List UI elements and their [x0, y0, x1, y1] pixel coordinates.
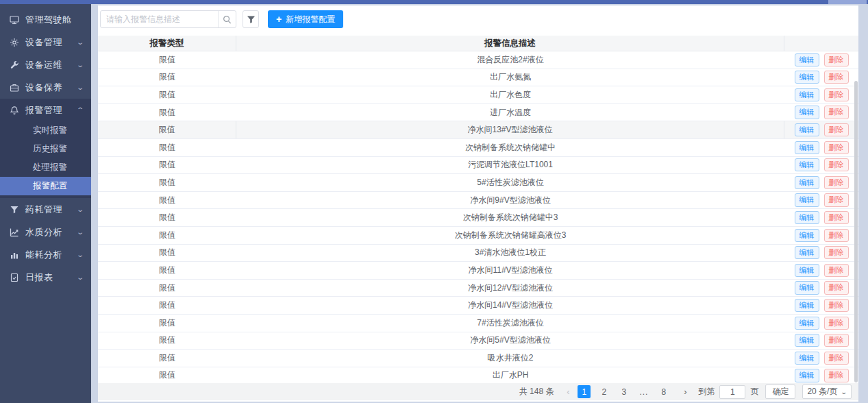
delete-button[interactable]: 删除 [824, 176, 849, 189]
sidebar-subitem-2[interactable]: 处理报警 [0, 158, 91, 177]
prev-page-icon[interactable]: ‹ [562, 386, 574, 398]
sidebar-item-1[interactable]: 设备管理⌄ [0, 31, 91, 53]
sidebar-item-0[interactable]: 管理驾驶舱 [0, 8, 91, 31]
cell-actions: 编辑删除 [784, 192, 858, 209]
chevron-down-icon: ⌄ [76, 61, 84, 69]
sidebar-item-3[interactable]: 设备保养⌄ [0, 76, 91, 99]
edit-button[interactable]: 编辑 [795, 176, 819, 189]
edit-button[interactable]: 编辑 [795, 334, 819, 347]
edit-button[interactable]: 编辑 [795, 211, 819, 224]
scrollbar-thumb[interactable] [854, 81, 858, 382]
edit-button[interactable]: 编辑 [795, 88, 819, 101]
page-number-2[interactable]: 2 [597, 385, 610, 398]
cell-actions: 编辑删除 [784, 297, 858, 314]
cell-actions: 编辑删除 [784, 227, 858, 244]
delete-button[interactable]: 删除 [824, 369, 849, 382]
delete-button[interactable]: 删除 [824, 246, 849, 259]
chevron-down-icon: ⌄ [76, 251, 84, 258]
menu-section: 设备管理⌄ [0, 31, 91, 53]
cell-actions: 编辑删除 [784, 174, 858, 191]
table-row: 限值混合反应池2#液位编辑删除 [98, 51, 858, 69]
cell-actions: 编辑删除 [784, 367, 858, 384]
edit-button[interactable]: 编辑 [795, 193, 819, 206]
delete-button[interactable]: 删除 [824, 334, 849, 347]
delete-button[interactable]: 删除 [824, 88, 849, 101]
delete-button[interactable]: 删除 [824, 264, 849, 277]
sidebar-item-7[interactable]: 能耗分析⌄ [0, 243, 91, 266]
cell-alarm-type: 限值 [98, 245, 236, 262]
chevron-down-icon: ⌄ [76, 228, 84, 236]
menu-section: 水质分析⌄ [0, 221, 91, 243]
delete-button[interactable]: 删除 [824, 229, 849, 242]
bell-icon [9, 105, 19, 115]
edit-button[interactable]: 编辑 [795, 158, 819, 171]
delete-button[interactable]: 删除 [824, 211, 849, 224]
edit-button[interactable]: 编辑 [795, 281, 819, 294]
delete-button[interactable]: 删除 [824, 53, 849, 66]
delete-button[interactable]: 删除 [824, 158, 849, 171]
sidebar-item-label: 设备运维 [25, 59, 77, 71]
cell-alarm-desc: 净水间9#V型滤池液位 [236, 192, 784, 209]
edit-button[interactable]: 编辑 [795, 71, 819, 84]
sidebar-item-5[interactable]: 药耗管理⌄ [0, 198, 91, 221]
chevron-down-icon: ⌄ [76, 206, 84, 213]
cell-alarm-desc: 净水间11#V型滤池液位 [236, 262, 784, 279]
cell-actions: 编辑删除 [784, 157, 858, 174]
delete-button[interactable]: 删除 [824, 123, 849, 136]
report-icon [9, 272, 19, 282]
delete-button[interactable]: 删除 [824, 281, 849, 294]
table-row: 限值净水间11#V型滤池液位编辑删除 [98, 262, 858, 280]
sidebar-item-label: 水质分析 [25, 226, 77, 239]
page-size-label: 20 条/页 [807, 386, 837, 398]
cell-alarm-type: 限值 [98, 315, 236, 332]
delete-button[interactable]: 删除 [824, 106, 849, 119]
sidebar-subitem-3[interactable]: 报警配置 [0, 177, 91, 195]
search-input[interactable] [101, 11, 218, 27]
page-number-3[interactable]: 3 [617, 385, 630, 398]
delete-button[interactable]: 删除 [824, 141, 849, 154]
edit-button[interactable]: 编辑 [795, 229, 819, 242]
sidebar-item-8[interactable]: 日报表⌄ [0, 266, 91, 289]
edit-button[interactable]: 编辑 [795, 106, 819, 119]
edit-button[interactable]: 编辑 [795, 317, 819, 330]
sidebar-item-label: 设备保养 [25, 82, 77, 94]
menu-section: 设备保养⌄ [0, 76, 91, 99]
edit-button[interactable]: 编辑 [795, 53, 819, 66]
add-alarm-config-button[interactable]: + 新增报警配置 [268, 10, 343, 28]
sidebar-item-6[interactable]: 水质分析⌄ [0, 221, 91, 243]
cell-alarm-type: 限值 [98, 69, 236, 86]
page-number-8[interactable]: 8 [657, 385, 670, 398]
cell-alarm-type: 限值 [98, 297, 236, 314]
filter-button[interactable] [243, 10, 259, 28]
sidebar-item-2[interactable]: 设备运维⌄ [0, 53, 91, 76]
edit-button[interactable]: 编辑 [795, 123, 819, 136]
edit-button[interactable]: 编辑 [795, 264, 819, 277]
delete-button[interactable]: 删除 [824, 317, 849, 330]
page-number-1[interactable]: 1 [578, 385, 591, 398]
edit-button[interactable]: 编辑 [795, 299, 819, 312]
delete-button[interactable]: 删除 [824, 299, 849, 312]
next-page-icon[interactable]: › [679, 386, 691, 398]
chevron-down-icon: ⌄ [76, 84, 84, 91]
plus-icon: + [276, 14, 282, 24]
goto-page-input[interactable] [719, 385, 745, 399]
delete-button[interactable]: 删除 [824, 193, 849, 206]
edit-button[interactable]: 编辑 [795, 246, 819, 259]
edit-button[interactable]: 编辑 [795, 369, 819, 382]
search-icon[interactable] [218, 11, 236, 27]
sidebar-subitem-1[interactable]: 历史报警 [0, 140, 91, 158]
cell-alarm-type: 限值 [98, 332, 236, 350]
edit-button[interactable]: 编辑 [795, 352, 819, 365]
edit-button[interactable]: 编辑 [795, 141, 819, 154]
sidebar-item-4[interactable]: 报警管理⌃ [0, 99, 91, 121]
cell-alarm-desc: 3#清水池液位1校正 [236, 245, 784, 262]
chevron-down-icon: ⌄ [841, 389, 848, 395]
delete-button[interactable]: 删除 [824, 71, 849, 84]
sidebar-subitem-0[interactable]: 实时报警 [0, 121, 91, 140]
delete-button[interactable]: 删除 [824, 352, 849, 365]
table-row: 限值次钠制备系统次钠储罐高液位3编辑删除 [98, 227, 858, 245]
page-size-select[interactable]: 20 条/页 ⌄ [802, 384, 852, 399]
table-row: 限值3#清水池液位1校正编辑删除 [98, 245, 858, 262]
goto-confirm-button[interactable]: 确定 [765, 384, 795, 399]
table-row: 限值净水间14#V型滤池液位编辑删除 [98, 297, 858, 315]
